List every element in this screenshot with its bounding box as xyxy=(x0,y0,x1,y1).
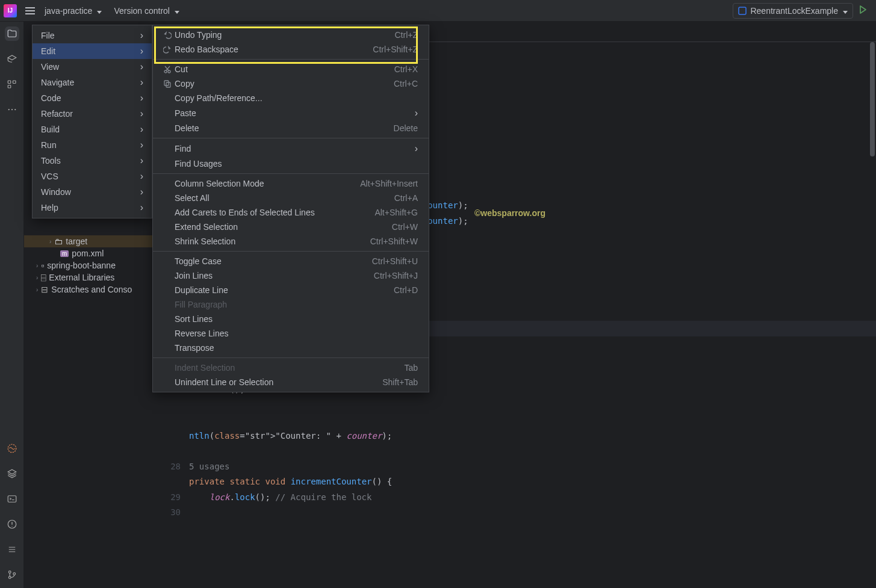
chevron-right-icon: › xyxy=(36,262,38,269)
layers-icon xyxy=(7,468,17,479)
menu-item-window[interactable]: Window xyxy=(33,184,152,200)
menu-item-vcs[interactable]: VCS xyxy=(33,169,152,184)
more-tool-windows-button[interactable] xyxy=(5,102,19,117)
tree-item-spring[interactable]: › ▫ spring-boot-banne xyxy=(24,259,157,271)
edit-menu-find[interactable]: Find xyxy=(153,141,429,156)
tree-label: target xyxy=(66,237,87,246)
edit-menu-sort-lines[interactable]: Sort Lines xyxy=(153,312,429,326)
edit-menu-shrink-selection[interactable]: Shrink SelectionCtrl+Shift+W xyxy=(153,234,429,249)
maven-icon: m xyxy=(60,250,69,257)
menu-item-tools[interactable]: Tools xyxy=(33,153,152,169)
tree-item-target[interactable]: › 🗀 target xyxy=(24,235,157,247)
play-icon xyxy=(858,5,868,14)
menu-item-build[interactable]: Build xyxy=(33,122,152,137)
ide-logo-icon: IJ xyxy=(4,4,17,17)
svg-rect-0 xyxy=(739,7,746,14)
project-tool-window-button[interactable] xyxy=(5,26,19,41)
svg-point-10 xyxy=(8,571,11,574)
cut-icon xyxy=(161,65,173,73)
edit-menu-copy[interactable]: CopyCtrl+C xyxy=(153,76,429,91)
chevron-right-icon: › xyxy=(36,286,38,293)
folder-icon xyxy=(7,28,17,39)
run-configuration-dropdown[interactable]: ReentrantLockExample xyxy=(733,3,853,19)
edit-menu-unindent-line-or-selection[interactable]: Unindent Line or SelectionShift+Tab xyxy=(153,375,429,389)
edit-menu-redo-backspace[interactable]: Redo BackspaceCtrl+Shift+Z xyxy=(153,42,429,57)
chevron-right-icon: › xyxy=(49,238,51,245)
bookmarks-tool-button[interactable] xyxy=(5,52,19,66)
svg-point-14 xyxy=(168,70,170,73)
run-button[interactable] xyxy=(853,2,872,19)
menu-item-help[interactable]: Help xyxy=(33,200,152,215)
tree-item-scratches[interactable]: › ⊟ Scratches and Conso xyxy=(24,283,157,296)
problems-tool-button[interactable] xyxy=(5,517,19,531)
edit-menu-column-selection-mode[interactable]: Column Selection ModeAlt+Shift+Insert xyxy=(153,176,429,191)
edit-menu-delete[interactable]: DeleteDelete xyxy=(153,121,429,135)
scroll-thumb[interactable] xyxy=(870,42,875,156)
edit-menu-paste[interactable]: Paste xyxy=(153,105,429,121)
services-tool-button[interactable] xyxy=(5,466,19,481)
edit-menu-add-carets-to-ends-of-selected-lines[interactable]: Add Carets to Ends of Selected LinesAlt+… xyxy=(153,205,429,220)
edit-menu-transpose[interactable]: Transpose xyxy=(153,341,429,355)
tree-label: pom.xml xyxy=(72,249,104,258)
edit-menu-extend-selection[interactable]: Extend SelectionCtrl+W xyxy=(153,220,429,234)
graduation-icon xyxy=(7,54,17,64)
list-icon xyxy=(7,544,17,555)
edit-menu-undo-typing[interactable]: Undo TypingCtrl+Z xyxy=(153,28,429,42)
folder-icon: 🗀 xyxy=(54,237,63,246)
terminal-tool-button[interactable] xyxy=(5,492,19,506)
edit-menu-indent-selection: Indent SelectionTab xyxy=(153,361,429,375)
edit-menu-copy-path-reference-[interactable]: Copy Path/Reference... xyxy=(153,91,429,105)
menu-item-view[interactable]: View xyxy=(33,59,152,75)
chevron-down-icon xyxy=(96,6,102,16)
edit-menu-select-all[interactable]: Select AllCtrl+A xyxy=(153,191,429,205)
todo-tool-button[interactable] xyxy=(5,542,19,557)
svg-rect-1 xyxy=(8,81,11,84)
application-icon xyxy=(738,7,747,15)
svg-rect-8 xyxy=(8,496,16,503)
edit-menu-duplicate-line[interactable]: Duplicate LineCtrl+D xyxy=(153,283,429,297)
menu-item-edit[interactable]: Edit xyxy=(33,43,152,59)
edit-menu-find-usages[interactable]: Find Usages xyxy=(153,156,429,171)
svg-rect-2 xyxy=(13,81,16,84)
edit-menu-cut[interactable]: CutCtrl+X xyxy=(153,62,429,76)
svg-point-6 xyxy=(14,109,16,110)
svg-point-13 xyxy=(164,70,167,73)
menu-item-code[interactable]: Code xyxy=(33,90,152,106)
edit-menu-join-lines[interactable]: Join LinesCtrl+Shift+J xyxy=(153,268,429,283)
svg-rect-3 xyxy=(8,85,11,88)
project-dropdown[interactable]: java-practice xyxy=(39,4,108,18)
vcs-dropdown[interactable]: Version control xyxy=(108,4,185,18)
structure-icon xyxy=(7,79,17,90)
edit-menu-popup: Undo TypingCtrl+ZRedo BackspaceCtrl+Shif… xyxy=(152,25,429,392)
svg-point-11 xyxy=(8,577,11,579)
undo-icon xyxy=(161,31,173,39)
svg-point-4 xyxy=(8,109,9,110)
copy-icon xyxy=(161,79,173,88)
notifications-tool-button[interactable] xyxy=(5,441,19,456)
module-icon: ▫ xyxy=(41,261,44,270)
tree-label: Scratches and Conso xyxy=(51,285,132,294)
main-menu-popup: FileEditViewNavigateCodeRefactorBuildRun… xyxy=(32,25,152,218)
edit-menu-toggle-case[interactable]: Toggle CaseCtrl+Shift+U xyxy=(153,254,429,268)
run-config-name: ReentrantLockExample xyxy=(750,6,838,16)
ellipsis-icon xyxy=(7,104,17,115)
tree-item-pom[interactable]: m pom.xml xyxy=(24,247,157,259)
menu-item-run[interactable]: Run xyxy=(33,137,152,153)
editor-scrollbar[interactable] xyxy=(869,42,876,588)
menu-item-refactor[interactable]: Refactor xyxy=(33,106,152,122)
redo-icon xyxy=(161,45,173,54)
left-tool-stripe xyxy=(0,22,24,588)
chevron-right-icon: › xyxy=(36,274,38,281)
chevron-down-icon xyxy=(173,6,179,16)
title-bar: IJ java-practice Version control Reentra… xyxy=(0,0,876,22)
main-menu-button[interactable] xyxy=(22,4,39,18)
version-control-tool-button[interactable] xyxy=(5,568,19,582)
chevron-down-icon xyxy=(842,6,848,16)
svg-point-5 xyxy=(11,109,12,110)
menu-item-file[interactable]: File xyxy=(33,28,152,43)
library-icon: ⌸ xyxy=(41,273,46,282)
tree-item-external-libs[interactable]: › ⌸ External Libraries xyxy=(24,271,157,283)
structure-tool-button[interactable] xyxy=(5,77,19,91)
menu-item-navigate[interactable]: Navigate xyxy=(33,75,152,90)
edit-menu-reverse-lines[interactable]: Reverse Lines xyxy=(153,326,429,341)
